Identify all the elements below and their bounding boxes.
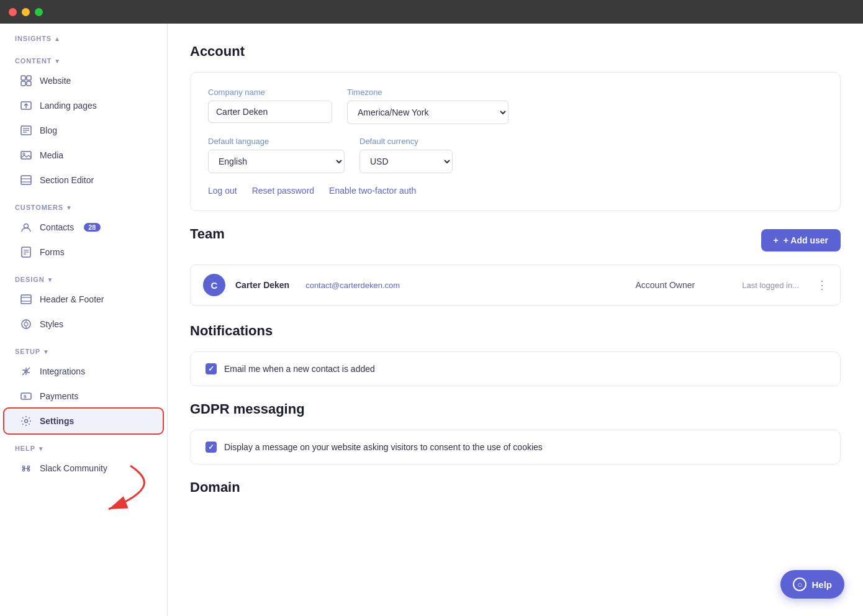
sidebar-item-contacts[interactable]: Contacts 28 bbox=[5, 215, 162, 239]
svg-point-11 bbox=[23, 153, 25, 155]
help-button-label: Help bbox=[811, 579, 832, 590]
section-icon bbox=[20, 174, 32, 186]
account-form-row-2: Default language English Spanish French … bbox=[208, 137, 823, 173]
notification-label: Email me when a new contact is added bbox=[224, 364, 375, 374]
styles-icon bbox=[20, 318, 32, 330]
sidebar-item-blog[interactable]: Blog bbox=[5, 119, 162, 142]
log-out-link[interactable]: Log out bbox=[208, 186, 237, 196]
account-card: Company name Timezone America/New York A… bbox=[190, 72, 841, 211]
currency-select[interactable]: USD EUR GBP CAD bbox=[359, 150, 453, 173]
upload-icon bbox=[20, 99, 32, 112]
sidebar-section-insights[interactable]: INSIGHTS ▲ bbox=[0, 24, 167, 46]
svg-rect-10 bbox=[21, 152, 31, 159]
gdpr-section: GDPR messaging Display a message on your… bbox=[190, 401, 841, 464]
enable-2fa-link[interactable]: Enable two-factor auth bbox=[329, 186, 416, 196]
sidebar-item-payments[interactable]: $ Payments bbox=[5, 384, 162, 408]
sidebar-item-styles[interactable]: Styles bbox=[5, 312, 162, 336]
member-options-icon[interactable]: ⋮ bbox=[816, 278, 828, 292]
add-user-button[interactable]: + + Add user bbox=[761, 229, 841, 251]
sidebar-section-setup[interactable]: SETUP ▼ bbox=[0, 337, 167, 359]
gdpr-title: GDPR messaging bbox=[190, 401, 841, 417]
help-chevron-icon: ▼ bbox=[38, 445, 45, 452]
sidebar-item-header-footer[interactable]: Header & Footer bbox=[5, 288, 162, 311]
company-name-group: Company name bbox=[208, 88, 332, 124]
gdpr-checkbox-row: Display a message on your website asking… bbox=[206, 442, 825, 453]
team-member-row: C Carter Deken contact@carterdeken.com A… bbox=[190, 265, 841, 306]
titlebar bbox=[0, 0, 863, 24]
settings-icon bbox=[20, 415, 32, 427]
sidebar-section-design[interactable]: DESIGN ▼ bbox=[0, 265, 167, 287]
sidebar-item-slack-community[interactable]: Slack Community bbox=[5, 456, 162, 480]
gdpr-checkbox[interactable] bbox=[206, 442, 217, 453]
team-title: Team bbox=[190, 226, 225, 242]
help-button[interactable]: ○ Help bbox=[780, 570, 844, 599]
insights-chevron-icon: ▲ bbox=[54, 35, 61, 42]
member-last-login: Last logged in... bbox=[742, 281, 799, 290]
avatar: C bbox=[203, 274, 225, 296]
language-label: Default language bbox=[208, 137, 345, 146]
timezone-label: Timezone bbox=[347, 88, 508, 97]
page-title: Account bbox=[190, 43, 841, 60]
notification-checkbox-row: Email me when a new contact is added bbox=[206, 363, 825, 374]
language-select[interactable]: English Spanish French German Portuguese bbox=[208, 150, 345, 173]
setup-chevron-icon: ▼ bbox=[43, 348, 50, 355]
email-notification-checkbox[interactable] bbox=[206, 363, 217, 374]
integrations-icon bbox=[20, 365, 32, 378]
minimize-button[interactable] bbox=[22, 8, 30, 16]
sidebar-item-media[interactable]: Media bbox=[5, 143, 162, 167]
sidebar-item-section-editor[interactable]: Section Editor bbox=[5, 168, 162, 192]
contacts-icon bbox=[20, 221, 32, 233]
sidebar-item-settings[interactable]: Settings bbox=[5, 409, 162, 433]
sidebar-item-website[interactable]: Website bbox=[5, 69, 162, 93]
image-icon bbox=[20, 149, 32, 161]
payments-icon: $ bbox=[20, 390, 32, 402]
sidebar-section-content[interactable]: CONTENT ▼ bbox=[0, 46, 167, 68]
svg-rect-1 bbox=[27, 76, 31, 80]
svg-rect-20 bbox=[21, 295, 31, 304]
sidebar-item-forms[interactable]: Forms bbox=[5, 240, 162, 264]
slack-icon bbox=[20, 462, 32, 474]
member-email[interactable]: contact@carterdeken.com bbox=[305, 281, 400, 290]
notifications-card: Email me when a new contact is added bbox=[190, 351, 841, 386]
member-role: Account Owner bbox=[635, 280, 695, 290]
sidebar-item-landing-pages[interactable]: Landing pages bbox=[5, 94, 162, 117]
currency-group: Default currency USD EUR GBP CAD bbox=[359, 137, 453, 173]
company-name-label: Company name bbox=[208, 88, 332, 97]
svg-point-24 bbox=[24, 322, 28, 326]
svg-rect-0 bbox=[21, 76, 25, 80]
gdpr-card: Display a message on your website asking… bbox=[190, 430, 841, 464]
svg-rect-12 bbox=[21, 176, 31, 184]
sidebar-section-customers[interactable]: CUSTOMERS ▼ bbox=[0, 192, 167, 215]
sidebar-item-integrations[interactable]: Integrations bbox=[5, 360, 162, 383]
domain-title: Domain bbox=[190, 479, 841, 496]
design-chevron-icon: ▼ bbox=[47, 276, 53, 283]
member-name: Carter Deken bbox=[235, 280, 289, 290]
svg-rect-3 bbox=[27, 81, 31, 86]
company-name-input[interactable] bbox=[208, 101, 332, 123]
content-chevron-icon: ▼ bbox=[54, 58, 61, 65]
contacts-badge: 28 bbox=[84, 223, 100, 232]
svg-point-30 bbox=[25, 420, 28, 423]
team-section-header: Team + + Add user bbox=[190, 226, 841, 255]
maximize-button[interactable] bbox=[35, 8, 43, 16]
sidebar: INSIGHTS ▲ CONTENT ▼ Website bbox=[0, 24, 168, 616]
gdpr-label: Display a message on your website asking… bbox=[224, 442, 543, 452]
help-circle-icon: ○ bbox=[793, 578, 807, 591]
plus-icon: + bbox=[774, 235, 779, 245]
customers-chevron-icon: ▼ bbox=[66, 204, 73, 211]
reset-password-link[interactable]: Reset password bbox=[252, 186, 314, 196]
main-content: Account Company name Timezone America/Ne… bbox=[168, 24, 863, 616]
header-icon bbox=[20, 293, 32, 306]
blog-icon bbox=[20, 124, 32, 137]
timezone-select[interactable]: America/New York America/Chicago America… bbox=[347, 101, 508, 124]
currency-label: Default currency bbox=[359, 137, 453, 146]
svg-rect-2 bbox=[21, 81, 25, 86]
app-body: INSIGHTS ▲ CONTENT ▼ Website bbox=[0, 24, 863, 616]
notifications-title: Notifications bbox=[190, 323, 841, 339]
sidebar-section-help[interactable]: HELP ▼ bbox=[0, 433, 167, 456]
svg-text:$: $ bbox=[24, 394, 27, 399]
action-links: Log out Reset password Enable two-factor… bbox=[208, 186, 823, 196]
close-button[interactable] bbox=[9, 8, 17, 16]
domain-section: Domain bbox=[190, 479, 841, 496]
language-group: Default language English Spanish French … bbox=[208, 137, 345, 173]
